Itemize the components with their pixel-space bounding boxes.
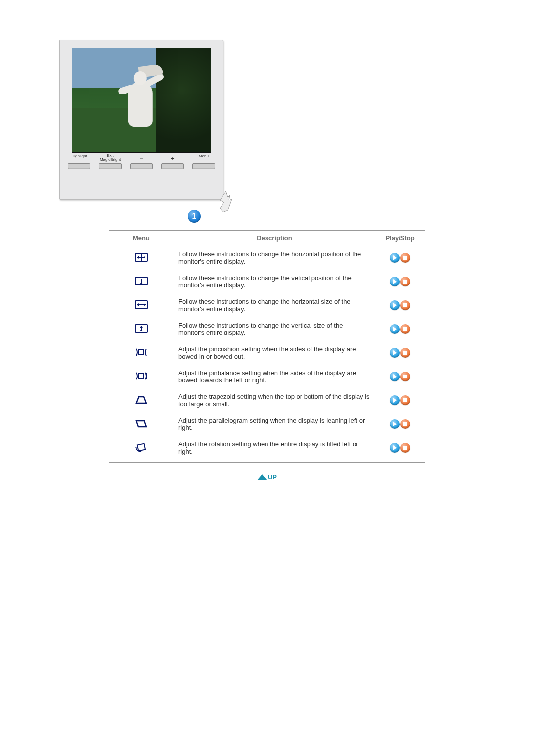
page: HighlightExit MagicBright−+Menu 1 Menu D… <box>0 0 534 756</box>
play-button[interactable] <box>390 253 400 263</box>
pinbalance-icon <box>134 376 148 383</box>
monitor-frame: HighlightExit MagicBright−+Menu <box>59 40 223 200</box>
stop-button[interactable] <box>400 253 410 263</box>
hand-pointer-icon <box>213 189 237 214</box>
v-position-icon <box>134 281 148 288</box>
monitor-button[interactable]: + <box>161 155 184 169</box>
col-header-playstop: Play/Stop <box>375 231 425 246</box>
play-button[interactable] <box>390 419 400 429</box>
monitor-button-row: HighlightExit MagicBright−+Menu <box>65 153 218 169</box>
svg-marker-12 <box>144 303 146 306</box>
table-row: Adjust the parallelogram setting when th… <box>109 413 425 436</box>
svg-marker-3 <box>137 256 139 259</box>
stop-button[interactable] <box>400 277 410 286</box>
stop-button[interactable] <box>400 419 410 429</box>
svg-marker-20 <box>136 397 146 403</box>
back-to-top[interactable]: UP <box>40 473 494 481</box>
table-row: Follow these instructions to change the … <box>109 318 425 341</box>
up-label: UP <box>268 473 277 481</box>
stop-button[interactable] <box>400 372 410 381</box>
step-number-badge: 1 <box>188 210 201 223</box>
play-button[interactable] <box>390 300 400 310</box>
table-row: Adjust the rotation setting when the ent… <box>109 436 425 463</box>
play-button[interactable] <box>390 372 400 381</box>
svg-rect-22 <box>137 443 145 451</box>
monitor-button[interactable]: − <box>130 155 153 169</box>
description-cell: Adjust the parallelogram setting when th… <box>174 413 375 436</box>
parallelogram-icon <box>134 423 148 430</box>
stop-button[interactable] <box>400 324 410 334</box>
svg-rect-17 <box>139 350 144 355</box>
svg-marker-4 <box>144 256 145 259</box>
svg-marker-21 <box>136 421 146 427</box>
table-row: Follow these instructions to change the … <box>109 270 425 294</box>
rotation-icon <box>134 447 148 454</box>
table-row: Follow these instructions to change the … <box>109 294 425 318</box>
description-cell: Adjust the trapezoid setting when the to… <box>174 389 375 413</box>
col-header-menu: Menu <box>109 231 174 246</box>
stop-button[interactable] <box>400 348 410 358</box>
play-button[interactable] <box>390 324 400 334</box>
play-button[interactable] <box>390 277 400 286</box>
monitor-screen <box>72 48 211 153</box>
table-row: Adjust the pinbalance setting when the s… <box>109 365 425 389</box>
svg-marker-11 <box>137 303 139 306</box>
pincushion-icon <box>134 352 148 359</box>
statue <box>113 62 168 146</box>
svg-marker-8 <box>140 283 143 284</box>
up-arrow-icon <box>257 474 267 480</box>
table-row: Adjust the pincushion setting when the s… <box>109 341 425 365</box>
play-button[interactable] <box>390 395 400 405</box>
description-cell: Adjust the rotation setting when the ent… <box>174 436 375 463</box>
description-cell: Follow these instructions to change the … <box>174 294 375 318</box>
v-size-icon <box>134 328 148 335</box>
section-divider <box>40 501 494 501</box>
svg-rect-18 <box>138 374 143 378</box>
play-button[interactable] <box>390 348 400 358</box>
svg-marker-16 <box>140 330 143 331</box>
description-cell: Adjust the pincushion setting when the s… <box>174 341 375 365</box>
monitor-illustration: HighlightExit MagicBright−+Menu 1 <box>40 40 494 223</box>
monitor-button[interactable]: Highlight <box>68 154 90 169</box>
monitor-button[interactable]: Menu <box>192 154 215 169</box>
play-button[interactable] <box>390 443 400 453</box>
stop-button[interactable] <box>400 395 410 405</box>
stop-button[interactable] <box>400 443 410 453</box>
h-size-icon <box>134 304 148 312</box>
description-cell: Follow these instructions to change the … <box>174 270 375 294</box>
stop-button[interactable] <box>400 300 410 310</box>
table-row: Adjust the trapezoid setting when the to… <box>109 389 425 413</box>
geometry-settings-table: Menu Description Play/Stop Follow these … <box>109 230 425 463</box>
col-header-description: Description <box>174 231 375 246</box>
h-position-icon <box>134 257 148 264</box>
description-cell: Adjust the pinbalance setting when the s… <box>174 365 375 389</box>
trapezoid-icon <box>134 399 148 407</box>
svg-rect-6 <box>137 277 145 278</box>
description-cell: Follow these instructions to change the … <box>174 246 375 271</box>
description-cell: Follow these instructions to change the … <box>174 318 375 341</box>
table-row: Follow these instructions to change the … <box>109 246 425 271</box>
monitor-button[interactable]: Exit MagicBright <box>99 154 122 169</box>
svg-marker-15 <box>140 326 143 328</box>
